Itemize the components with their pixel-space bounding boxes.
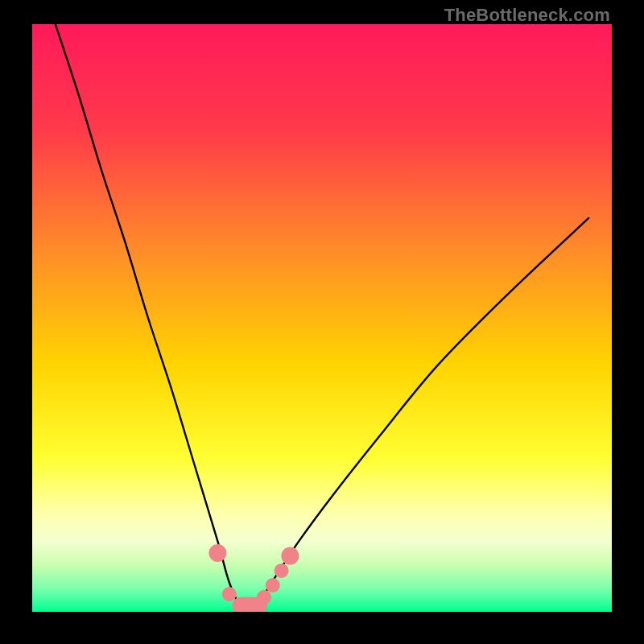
svg-rect-0 bbox=[32, 24, 612, 612]
plot-area bbox=[32, 24, 612, 612]
watermark-text: TheBottleneck.com bbox=[444, 5, 610, 26]
heat-gradient-background bbox=[32, 24, 612, 612]
outer-frame: TheBottleneck.com bbox=[0, 0, 644, 644]
